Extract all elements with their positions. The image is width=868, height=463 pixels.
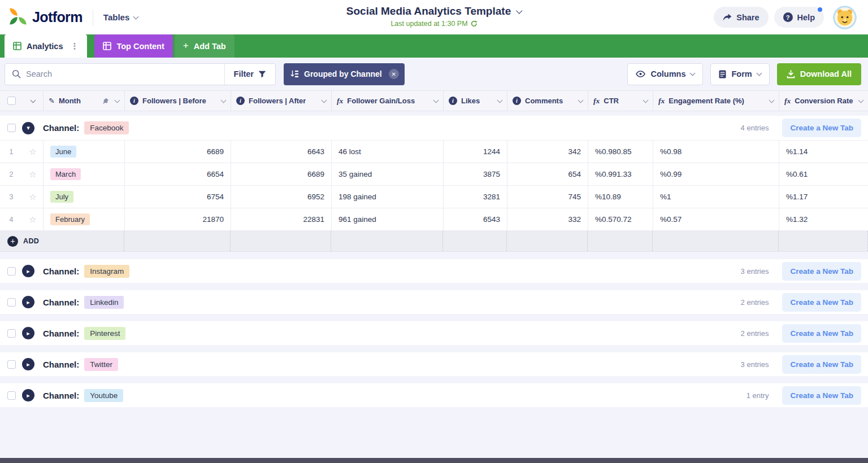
cell-followers_before[interactable]: 21870 [124, 208, 231, 230]
share-button[interactable]: Share [714, 7, 768, 28]
group-checkbox[interactable] [7, 329, 16, 338]
cell-likes[interactable]: 1244 [443, 141, 507, 163]
tab-analytics[interactable]: Analytics ⋮ [5, 34, 87, 58]
cell-gain_loss[interactable]: 198 gained [331, 186, 443, 208]
group-toggle-icon[interactable]: ▸ [22, 358, 34, 370]
group-toggle-icon[interactable]: ▸ [22, 296, 34, 308]
cell-followers_before[interactable]: 6754 [124, 186, 231, 208]
group-checkbox[interactable] [7, 298, 16, 307]
close-icon[interactable]: ✕ [389, 69, 399, 79]
search-input[interactable] [26, 69, 224, 78]
chevron-down-icon[interactable] [221, 97, 227, 103]
cell-engagement_rate[interactable]: %0.99 [653, 163, 779, 185]
column-header[interactable]: i Followers | Before [124, 91, 231, 111]
more-options-icon[interactable]: ⋮ [70, 41, 79, 51]
group-checkbox[interactable] [7, 391, 16, 400]
group-checkbox[interactable] [7, 267, 16, 276]
avatar[interactable] [833, 6, 857, 29]
cell-comments[interactable]: 745 [507, 186, 588, 208]
chevron-down-icon[interactable] [769, 97, 775, 103]
star-icon[interactable]: ☆ [23, 141, 43, 163]
cell-likes[interactable]: 6543 [443, 208, 507, 230]
cell-comments[interactable]: 654 [507, 163, 588, 185]
star-icon[interactable]: ☆ [23, 163, 43, 185]
cell-comments[interactable]: 332 [507, 208, 588, 230]
form-button[interactable]: Form [710, 63, 769, 85]
tab-top-content[interactable]: Top Content [94, 34, 172, 58]
cell-followers_after[interactable]: 6643 [231, 141, 331, 163]
cell-engagement_rate[interactable]: %1 [653, 186, 779, 208]
cell-likes[interactable]: 3281 [443, 186, 507, 208]
cell-gain_loss[interactable]: 46 lost [331, 141, 443, 163]
chevron-down-icon[interactable] [322, 97, 327, 103]
chevron-down-icon[interactable] [858, 97, 864, 103]
columns-button[interactable]: Columns [627, 63, 703, 85]
jotform-logo[interactable]: Jotform [9, 7, 83, 28]
cell-engagement_rate[interactable]: %0.57 [653, 208, 779, 230]
table-row[interactable]: 2 ☆ March6654668935 gained3875654%0.991.… [0, 163, 868, 186]
window-scrollbar[interactable] [0, 458, 868, 463]
cell-month[interactable]: February [43, 208, 124, 230]
column-header[interactable]: fx Follower Gain/Loss [331, 91, 443, 111]
select-all-checkbox[interactable] [7, 97, 16, 105]
add-tab-button[interactable]: + Add Tab [175, 34, 235, 58]
filter-button[interactable]: Filter [224, 64, 275, 85]
create-new-tab-button[interactable]: Create a New Tab [782, 324, 861, 343]
column-header[interactable]: i Likes [443, 91, 507, 111]
cell-followers_after[interactable]: 6689 [231, 163, 331, 185]
create-new-tab-button[interactable]: Create a New Tab [782, 355, 861, 374]
column-header[interactable]: i Comments [507, 91, 588, 111]
header-dropdown-button[interactable] [23, 91, 43, 111]
create-new-tab-button[interactable]: Create a New Tab [782, 262, 861, 281]
tables-menu-button[interactable]: Tables [103, 12, 138, 22]
cell-followers_after[interactable]: 6952 [231, 186, 331, 208]
cell-ctr[interactable]: %0.980.85 [588, 141, 653, 163]
cell-month[interactable]: June [43, 141, 124, 163]
create-new-tab-button[interactable]: Create a New Tab [782, 119, 861, 137]
help-button[interactable]: ? Help [774, 7, 824, 28]
column-header[interactable]: ✎ Month [43, 91, 124, 111]
chevron-down-icon[interactable] [517, 7, 523, 14]
group-checkbox[interactable] [7, 124, 16, 132]
chevron-down-icon[interactable] [643, 97, 649, 103]
cell-likes[interactable]: 3875 [443, 163, 507, 185]
create-new-tab-button[interactable]: Create a New Tab [782, 293, 861, 312]
column-header[interactable]: i Followers | After [231, 91, 331, 111]
cell-month[interactable]: March [43, 163, 124, 185]
table-row[interactable]: 4 ☆ February2187022831961 gained6543332%… [0, 208, 868, 231]
chevron-down-icon[interactable] [433, 97, 439, 103]
group-checkbox[interactable] [7, 360, 16, 369]
cell-gain_loss[interactable]: 35 gained [331, 163, 443, 185]
add-row-button[interactable]: +ADD [0, 231, 868, 252]
grouped-by-chip[interactable]: Grouped by Channel ✕ [284, 63, 405, 85]
cell-conversion_rate[interactable]: %1.32 [779, 208, 868, 230]
refresh-icon[interactable] [471, 20, 478, 27]
star-icon[interactable]: ☆ [23, 186, 43, 208]
cell-ctr[interactable]: %10.89 [588, 186, 653, 208]
cell-followers_before[interactable]: 6689 [124, 141, 231, 163]
column-header[interactable]: fx Engagement Rate (%) [653, 91, 779, 111]
chevron-down-icon[interactable] [115, 97, 120, 103]
cell-ctr[interactable]: %0.991.33 [588, 163, 653, 185]
group-toggle-icon[interactable]: ▸ [22, 327, 34, 339]
cell-followers_before[interactable]: 6654 [124, 163, 231, 185]
chevron-down-icon[interactable] [497, 97, 503, 103]
cell-comments[interactable]: 342 [507, 141, 588, 163]
chevron-down-icon[interactable] [578, 97, 584, 103]
cell-followers_after[interactable]: 22831 [231, 208, 331, 230]
download-all-button[interactable]: Download All [777, 63, 861, 85]
group-toggle-icon[interactable]: ▸ [22, 389, 34, 401]
cell-conversion_rate[interactable]: %1.14 [779, 141, 868, 163]
create-new-tab-button[interactable]: Create a New Tab [782, 386, 861, 405]
group-toggle-icon[interactable]: ▾ [22, 122, 34, 134]
column-header[interactable]: fx Conversion Rate [779, 91, 868, 111]
cell-ctr[interactable]: %0.570.72 [588, 208, 653, 230]
table-row[interactable]: 1 ☆ June6689664346 lost1244342%0.980.85%… [0, 141, 868, 163]
cell-engagement_rate[interactable]: %0.98 [653, 141, 779, 163]
table-row[interactable]: 3 ☆ July67546952198 gained3281745%10.89%… [0, 186, 868, 208]
cell-conversion_rate[interactable]: %1.17 [779, 186, 868, 208]
cell-conversion_rate[interactable]: %0.61 [779, 163, 868, 185]
column-header[interactable]: fx CTR [588, 91, 653, 111]
star-icon[interactable]: ☆ [23, 208, 43, 230]
cell-gain_loss[interactable]: 961 gained [331, 208, 443, 230]
